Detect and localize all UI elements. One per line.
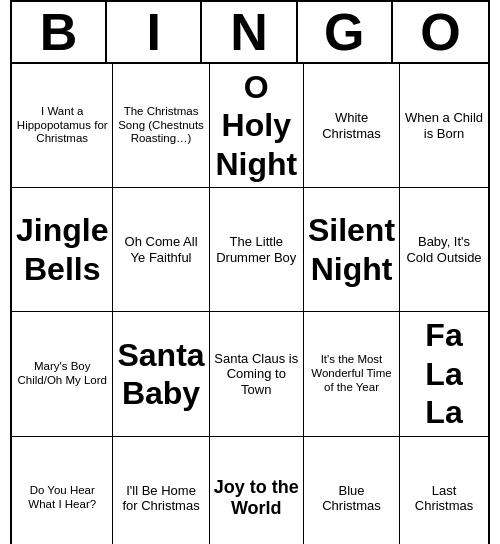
header-letter: N <box>202 2 297 62</box>
header-letter: I <box>107 2 202 62</box>
bingo-cell[interactable]: White Christmas <box>304 64 400 188</box>
bingo-cell[interactable]: The Christmas Song (Chestnuts Roasting…) <box>113 64 209 188</box>
bingo-cell[interactable]: Silent Night <box>304 188 400 312</box>
bingo-cell[interactable]: I Want a Hippopotamus for Christmas <box>12 64 113 188</box>
bingo-cell[interactable]: When a Child is Born <box>400 64 488 188</box>
bingo-card: BINGO I Want a Hippopotamus for Christma… <box>10 0 490 544</box>
bingo-cell[interactable]: It's the Most Wonderful Time of the Year <box>304 312 400 436</box>
bingo-header: BINGO <box>12 2 488 64</box>
bingo-cell[interactable]: I'll Be Home for Christmas <box>113 437 209 544</box>
bingo-cell[interactable]: Fa La La <box>400 312 488 436</box>
bingo-cell[interactable]: Baby, It's Cold Outside <box>400 188 488 312</box>
bingo-cell[interactable]: Joy to the World <box>210 437 304 544</box>
bingo-cell[interactable]: Do You Hear What I Hear? <box>12 437 113 544</box>
bingo-cell[interactable]: Mary's Boy Child/Oh My Lord <box>12 312 113 436</box>
bingo-cell[interactable]: Jingle Bells <box>12 188 113 312</box>
bingo-cell[interactable]: Santa Claus is Coming to Town <box>210 312 304 436</box>
bingo-grid: I Want a Hippopotamus for ChristmasThe C… <box>12 64 488 544</box>
header-letter: O <box>393 2 488 62</box>
header-letter: B <box>12 2 107 62</box>
bingo-cell[interactable]: Oh Come All Ye Faithful <box>113 188 209 312</box>
header-letter: G <box>298 2 393 62</box>
bingo-cell[interactable]: The Little Drummer Boy <box>210 188 304 312</box>
bingo-cell[interactable]: Last Christmas <box>400 437 488 544</box>
bingo-cell[interactable]: O Holy Night <box>210 64 304 188</box>
bingo-cell[interactable]: Blue Christmas <box>304 437 400 544</box>
bingo-cell[interactable]: Santa Baby <box>113 312 209 436</box>
